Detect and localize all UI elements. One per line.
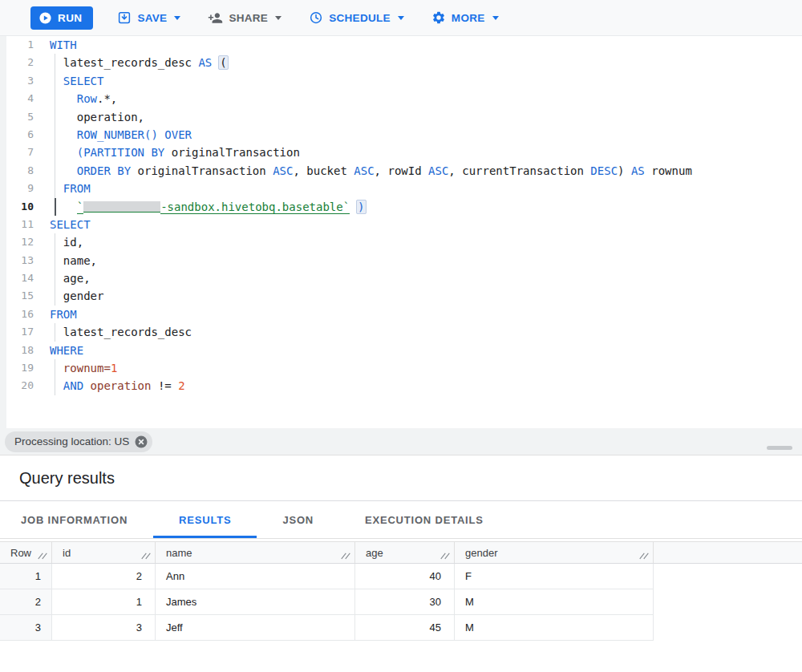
code-line-14[interactable]: 14 age, (0, 269, 802, 287)
column-header-row[interactable]: Row (0, 542, 52, 563)
query-results-title: Query results (19, 469, 115, 488)
code-text: WITH (50, 36, 77, 54)
run-label: RUN (58, 12, 82, 24)
save-button[interactable]: SAVE (117, 10, 180, 25)
query-toolbar: RUN SAVE SHARE SCHEDULE MORE (0, 0, 802, 36)
code-line-17[interactable]: 17 latest_records_desc (0, 323, 802, 341)
code-line-8[interactable]: 8 ORDER BY originalTransaction ASC, buck… (0, 162, 802, 180)
line-number: 12 (0, 233, 34, 251)
line-number: 19 (0, 359, 34, 377)
column-header-name[interactable]: name (156, 542, 355, 563)
code-line-7[interactable]: 7 (PARTITION BY originalTransaction (0, 144, 802, 161)
code-text: FROM (50, 306, 77, 323)
column-resize-grip[interactable] (341, 553, 350, 561)
code-text: latest_records_desc (50, 323, 192, 341)
row-number-cell: 3 (0, 615, 52, 641)
column-resize-grip[interactable] (141, 553, 151, 561)
save-label: SAVE (137, 12, 167, 24)
more-label: MORE (452, 12, 485, 24)
code-line-11[interactable]: 11SELECT (0, 216, 802, 233)
chip-close-button[interactable] (134, 435, 148, 449)
tab-json[interactable]: JSON (257, 501, 339, 538)
id-cell: 1 (52, 589, 156, 615)
close-icon (134, 435, 148, 449)
code-line-15[interactable]: 15 gender (0, 287, 802, 305)
code-text: `-sandbox.hivetobq.basetable` ) (50, 198, 366, 216)
clock-icon (309, 10, 323, 25)
code-line-2[interactable]: 2 latest_records_desc AS ( (0, 54, 802, 71)
empty-area (0, 641, 802, 671)
column-resize-grip[interactable] (440, 553, 450, 561)
code-line-12[interactable]: 12 id, (0, 233, 802, 251)
chevron-down-icon (398, 16, 404, 20)
code-text: Row.*, (50, 90, 117, 107)
code-line-18[interactable]: 18WHERE (0, 342, 802, 359)
processing-location-chip[interactable]: Processing location: US (5, 431, 152, 452)
person-add-icon (208, 10, 223, 26)
code-line-20[interactable]: 20 AND operation != 2 (0, 377, 802, 395)
code-text: latest_records_desc AS ( (50, 54, 228, 71)
gender-cell: F (455, 564, 654, 589)
row-number-cell: 1 (0, 564, 52, 589)
tab-job-information[interactable]: JOB INFORMATION (0, 501, 153, 538)
line-number: 18 (0, 342, 34, 359)
line-number: 1 (0, 36, 34, 54)
line-number: 5 (0, 108, 34, 126)
age-cell: 30 (355, 589, 455, 615)
code-line-10[interactable]: 10 `-sandbox.hivetobq.basetable` ) (0, 198, 802, 216)
panel-resize-handle[interactable] (767, 446, 792, 450)
tab-execution-details[interactable]: EXECUTION DETAILS (339, 501, 509, 538)
line-number: 15 (0, 287, 34, 305)
results-table: Row id name age gender 1 2 Ann 40 F 2 1 … (0, 541, 802, 641)
table-row: 2 1 James 30 M (0, 589, 802, 615)
sql-editor[interactable]: 1WITH2 latest_records_desc AS (3 SELECT4… (0, 36, 802, 428)
schedule-button[interactable]: SCHEDULE (309, 10, 404, 25)
id-cell: 3 (52, 615, 156, 641)
run-button[interactable]: RUN (30, 6, 93, 30)
name-cell: Ann (156, 564, 355, 589)
code-text: SELECT (50, 216, 91, 233)
line-number: 14 (0, 269, 34, 287)
code-line-1[interactable]: 1WITH (0, 36, 802, 54)
share-label: SHARE (229, 12, 268, 24)
save-icon (117, 10, 132, 25)
results-table-header: Row id name age gender (0, 541, 802, 564)
schedule-label: SCHEDULE (329, 12, 391, 24)
code-text: gender (50, 287, 103, 305)
code-line-4[interactable]: 4 Row.*, (0, 90, 802, 107)
column-header-gender[interactable]: gender (455, 542, 654, 563)
play-circle-icon (38, 11, 52, 25)
column-header-age[interactable]: age (355, 542, 455, 563)
code-text: ROW_NUMBER() OVER (50, 126, 192, 144)
line-number: 7 (0, 144, 34, 161)
share-button[interactable]: SHARE (208, 10, 282, 26)
code-line-16[interactable]: 16FROM (0, 306, 802, 323)
code-line-9[interactable]: 9 FROM (0, 180, 802, 197)
code-line-19[interactable]: 19 rownum=1 (0, 359, 802, 377)
tab-results[interactable]: RESULTS (153, 501, 257, 538)
column-resize-grip[interactable] (38, 553, 47, 561)
query-results-header: Query results (0, 455, 802, 501)
line-number: 17 (0, 323, 34, 341)
line-number: 13 (0, 252, 34, 269)
row-spacer (654, 589, 802, 615)
line-number: 10 (0, 198, 34, 216)
name-cell: Jeff (156, 615, 355, 641)
code-line-6[interactable]: 6 ROW_NUMBER() OVER (0, 126, 802, 144)
sql-editor-lines: 1WITH2 latest_records_desc AS (3 SELECT4… (0, 36, 802, 395)
code-line-13[interactable]: 13 name, (0, 252, 802, 269)
column-resize-grip[interactable] (639, 553, 649, 561)
code-line-3[interactable]: 3 SELECT (0, 72, 802, 90)
code-text: AND operation != 2 (50, 377, 185, 395)
gender-cell: M (455, 589, 654, 615)
chevron-down-icon (275, 16, 282, 20)
code-text: age, (50, 269, 91, 287)
code-text: (PARTITION BY originalTransaction (50, 144, 300, 161)
more-button[interactable]: MORE (431, 10, 499, 25)
code-text: id, (50, 233, 83, 251)
table-row: 1 2 Ann 40 F (0, 564, 802, 589)
code-text: SELECT (50, 72, 103, 90)
code-line-5[interactable]: 5 operation, (0, 108, 802, 126)
processing-location-label: Processing location: US (14, 435, 129, 447)
column-header-id[interactable]: id (52, 542, 156, 563)
